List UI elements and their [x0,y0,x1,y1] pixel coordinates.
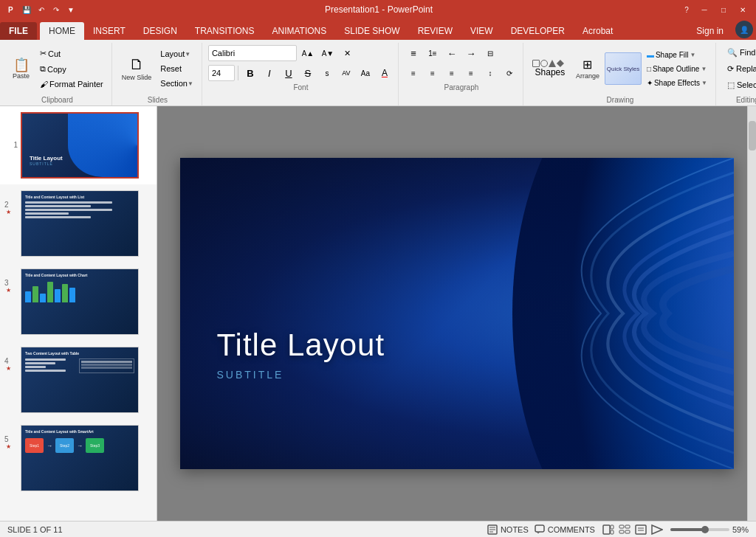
ribbon: 📋 Paste ✂ Cut ⧉ Copy 🖌 Format Painter Cl… [0,40,756,106]
save-icon[interactable]: 💾 [21,4,32,15]
shapes-grid [532,60,568,67]
arrange-icon: ⊞ [583,58,592,72]
editing-group: 🔍 Find ⟳ Replace ⬚ Select ▼ [722,46,756,92]
decrease-indent-button[interactable]: ← [443,44,461,62]
shrink-font-button[interactable]: A▼ [319,44,337,62]
notes-button[interactable]: NOTES [487,524,529,535]
ribbon-group-font: A▲ A▼ ✕ B I U S s AV Aa A Font [204,43,399,105]
columns-button[interactable]: ⊟ [481,44,499,62]
line-spacing-button[interactable]: ↕ [481,64,499,82]
slide-thumbnail-3[interactable]: 3 ★ Title and Content Layout with Chart [0,263,157,341]
new-slide-icon: 🗋 [129,56,144,73]
close-button[interactable]: ✕ [735,4,750,15]
font-color-button[interactable]: A [376,64,394,82]
font-size-input[interactable] [208,65,235,81]
shape-outline-button[interactable]: □ Shape Outline ▼ [643,63,711,75]
reading-view-button[interactable] [633,524,648,536]
vertical-scrollbar[interactable] [747,106,756,521]
slide-number-5: 5 [4,435,9,443]
bullet-list-button[interactable]: ≡ [405,44,422,62]
find-button[interactable]: 🔍 Find [722,46,756,60]
editing-buttons: 🔍 Find ⟳ Replace ⬚ Select ▼ [722,43,756,94]
maximize-button[interactable]: □ [716,4,731,15]
zoom-slider[interactable] [670,528,729,531]
copy-button[interactable]: ⧉ Copy [36,62,107,76]
clipboard-buttons: 📋 Paste ✂ Cut ⧉ Copy 🖌 Format Painter [7,43,107,94]
powerpoint-logo-icon[interactable]: P [6,4,18,15]
svg-rect-15 [636,525,646,534]
justify-button[interactable]: ≡ [462,64,480,82]
clipboard-row: ✂ Cut ⧉ Copy 🖌 Format Painter [36,46,107,91]
clear-format-button[interactable]: ✕ [339,44,357,62]
font-name-input[interactable] [208,45,297,61]
tab-file[interactable]: FILE [0,22,37,40]
tab-transitions[interactable]: TRANSITIONS [186,22,264,40]
quick-styles-button[interactable]: Quick Styles [605,52,642,85]
bold-button[interactable]: B [241,64,259,82]
signin-button[interactable]: Sign in [687,22,732,40]
new-slide-button[interactable]: 🗋 New Slide [118,53,156,84]
tab-animations[interactable]: ANIMATIONS [263,22,335,40]
customize-icon[interactable]: ▼ [65,4,77,15]
change-case-button[interactable]: Aa [357,64,374,82]
shadow-button[interactable]: s [318,64,336,82]
shape-effects-button[interactable]: ✦ Shape Effects ▼ [643,77,711,89]
slide-preview-4: Two Content Layout with Table [21,347,139,413]
comments-button[interactable]: COMMENTS [535,524,595,535]
main-slide[interactable]: Title Layout SUBTITLE [180,158,734,469]
align-left-button[interactable]: ≡ [405,64,422,82]
shapes-button[interactable]: Shapes [529,58,571,79]
tab-review[interactable]: REVIEW [409,22,461,40]
circle-shape [540,60,548,67]
strikethrough-button[interactable]: S [299,64,317,82]
tab-design[interactable]: DESIGN [134,22,186,40]
layout-button[interactable]: Layout▼ [157,47,197,60]
slide-viewport[interactable]: Title Layout SUBTITLE [157,106,756,521]
select-button[interactable]: ⬚ Select ▼ [722,78,756,92]
paste-button[interactable]: 📋 Paste [7,55,35,83]
tab-insert[interactable]: INSERT [84,22,134,40]
shape-fill-button[interactable]: ▬ Shape Fill ▼ [643,49,711,61]
slide-info: SLIDE 1 OF 11 [7,525,63,534]
char-spacing-button[interactable]: AV [337,64,355,82]
align-right-button[interactable]: ≡ [443,64,461,82]
zoom-percent[interactable]: 59% [732,525,749,534]
arrange-button[interactable]: ⊞ Arrange [572,55,603,83]
redo-icon[interactable]: ↷ [50,4,62,15]
text-direction-button[interactable]: ⟳ [501,64,518,82]
cut-button[interactable]: ✂ Cut [36,46,107,60]
grow-font-button[interactable]: A▲ [299,44,317,62]
tab-acrobat[interactable]: Acrobat [574,22,622,40]
slide-sorter-button[interactable] [617,524,632,536]
zoom-thumb[interactable] [701,526,709,533]
user-avatar[interactable]: 👤 [735,21,753,38]
tab-developer[interactable]: DEVELOPER [502,22,574,40]
svg-rect-12 [625,525,630,528]
align-center-button[interactable]: ≡ [424,64,441,82]
slide-thumbnail-2[interactable]: 2 ★ Title and Content Layout with List [0,184,157,263]
tab-view[interactable]: VIEW [461,22,502,40]
zoom-fill [670,528,705,531]
scrollbar-thumb[interactable] [749,121,756,150]
replace-button[interactable]: ⟳ Replace [722,62,756,76]
slides-buttons: 🗋 New Slide Layout▼ Reset Section▼ [118,43,197,94]
slide-thumbnail-4[interactable]: 4 ★ Two Content Layout with Table [0,341,157,419]
numbered-list-button[interactable]: 1≡ [424,44,441,62]
help-icon[interactable]: ? [681,4,693,15]
reset-button[interactable]: Reset [157,62,197,75]
format-painter-button[interactable]: 🖌 Format Painter [36,77,107,91]
normal-view-button[interactable] [601,524,616,536]
slide-thumbnail-5[interactable]: 5 ★ Title and Content Layout with SmartA… [0,419,157,497]
minimize-button[interactable]: ─ [697,4,712,15]
undo-icon[interactable]: ↶ [35,4,47,15]
tab-slideshow[interactable]: SLIDE SHOW [335,22,408,40]
slideshow-view-button[interactable] [650,524,664,536]
slide-thumbnail-1[interactable]: 1 Title Layout SUBTITLE [0,106,157,184]
underline-button[interactable]: U [280,64,298,82]
increase-indent-button[interactable]: → [462,44,480,62]
ribbon-group-editing: 🔍 Find ⟳ Replace ⬚ Select ▼ Editing [718,43,756,105]
tab-home[interactable]: HOME [40,22,84,40]
section-button[interactable]: Section▼ [157,77,197,90]
italic-button[interactable]: I [261,64,278,82]
comments-icon [535,524,545,535]
